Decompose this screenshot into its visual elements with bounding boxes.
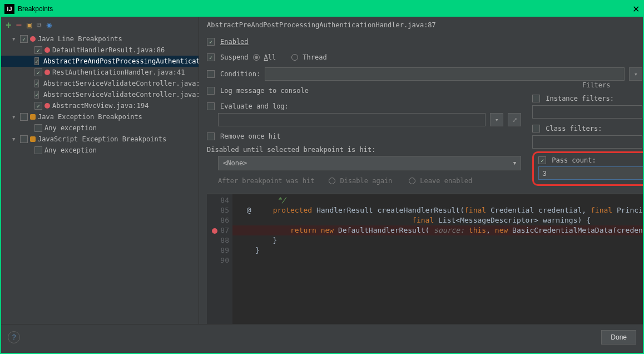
disable-again-radio[interactable]: [329, 178, 335, 184]
tree-toolbar: + − ▣ ⧉ ◉: [1, 17, 199, 33]
tree-item[interactable]: RestAuthenticationHandler.java:41: [1, 67, 199, 78]
expand-icon[interactable]: ⤢: [508, 113, 521, 126]
group-label: Java Exception Breakpoints: [38, 113, 142, 121]
checkbox[interactable]: [20, 35, 28, 43]
checkbox[interactable]: [20, 113, 28, 121]
tree-item[interactable]: AbstractMvcView.java:194: [1, 100, 199, 111]
item-label: Any exception: [44, 124, 97, 132]
breakpoint-icon: [30, 36, 36, 42]
tree-group-java-line[interactable]: ▼ Java Line Breakpoints: [1, 33, 199, 45]
enabled-checkbox[interactable]: Enabled: [207, 38, 249, 46]
exception-icon: [30, 136, 36, 142]
suspend-all-radio[interactable]: [253, 54, 260, 61]
toolbar-icon-1[interactable]: ▣: [26, 21, 32, 29]
breakpoint-title: AbstractPreAndPostProcessingAuthenticati…: [207, 21, 644, 29]
breakpoints-tree-pane: + − ▣ ⧉ ◉ ▼ Java Line Breakpoints Defaul…: [1, 17, 199, 324]
code-preview: 84 85 86 87 88 89 90 */ @ protected Hand…: [207, 194, 644, 324]
checkbox[interactable]: [34, 146, 42, 154]
code-lines: */ @ protected HandlerResult createHandl…: [232, 194, 644, 324]
instance-filters-input[interactable]: [532, 105, 642, 119]
toolbar-icon-2[interactable]: ⧉: [37, 21, 42, 29]
item-label: DefaultHandlerResult.java:86: [52, 46, 165, 54]
breakpoint-dot-icon[interactable]: [212, 228, 217, 234]
breakpoint-icon: [44, 47, 50, 53]
log-message-checkbox[interactable]: Log message to console: [207, 87, 309, 95]
tree-group-js-exception[interactable]: ▼ JavaScript Exception Breakpoints: [1, 134, 199, 145]
breakpoint-icon: [44, 103, 50, 109]
remove-once-checkbox[interactable]: Remove once hit: [207, 132, 280, 140]
tree-item[interactable]: DefaultHandlerResult.java:86: [1, 45, 199, 56]
history-icon[interactable]: ▾: [629, 67, 642, 81]
item-label: RestAuthenticationHandler.java:41: [52, 68, 185, 76]
evaluate-log-checkbox[interactable]: Evaluate and log:: [207, 102, 289, 110]
filters-heading: Filters: [532, 81, 644, 89]
checkbox[interactable]: [34, 57, 39, 65]
disabled-until-select[interactable]: <None>: [218, 156, 521, 170]
checkbox[interactable]: [34, 102, 42, 110]
group-label: Java Line Breakpoints: [38, 35, 122, 43]
tree-item[interactable]: Any exception: [1, 145, 199, 156]
item-label: AbstractPreAndPostProcessingAuthenticat: [43, 57, 199, 65]
checkbox[interactable]: [34, 124, 42, 132]
gutter: 84 85 86 87 88 89 90: [207, 194, 232, 324]
remove-breakpoint-icon[interactable]: −: [16, 19, 22, 31]
disabled-until-label: Disabled until selected breakpoint is hi…: [207, 146, 521, 154]
breakpoint-icon: [44, 70, 50, 75]
checkbox[interactable]: [34, 46, 42, 54]
checkbox[interactable]: [34, 91, 39, 99]
pass-count-checkbox[interactable]: Pass count:: [538, 156, 644, 164]
help-icon[interactable]: ?: [8, 331, 20, 343]
expand-icon[interactable]: ▼: [12, 36, 19, 42]
checkbox[interactable]: [20, 135, 28, 143]
tree-item[interactable]: AbstractServiceValidateController.java:: [1, 89, 199, 100]
condition-input[interactable]: [265, 67, 625, 81]
breakpoint-detail-pane: AbstractPreAndPostProcessingAuthenticati…: [199, 17, 644, 324]
after-hit-label: After breakpoint was hit: [218, 177, 314, 185]
suspend-checkbox[interactable]: Suspend: [207, 53, 249, 61]
expand-icon[interactable]: ▼: [12, 114, 19, 120]
leave-enabled-radio[interactable]: [409, 178, 415, 184]
condition-checkbox[interactable]: Condition:: [207, 70, 260, 78]
tree-item-selected[interactable]: AbstractPreAndPostProcessingAuthenticat: [1, 56, 199, 67]
add-breakpoint-icon[interactable]: +: [6, 19, 12, 31]
suspend-thread-radio[interactable]: [291, 54, 298, 61]
breakpoint-tree: ▼ Java Line Breakpoints DefaultHandlerRe…: [1, 33, 199, 324]
tree-item[interactable]: AbstractServiceValidateController.java:: [1, 78, 199, 89]
history-icon[interactable]: ▾: [490, 113, 503, 126]
done-button[interactable]: Done: [601, 330, 636, 345]
class-filters-input[interactable]: [532, 135, 642, 149]
titlebar: IJ Breakpoints ✕: [1, 1, 643, 17]
checkbox[interactable]: [34, 68, 42, 76]
exception-icon: [30, 114, 36, 120]
tree-item[interactable]: Any exception: [1, 122, 199, 134]
item-label: Any exception: [44, 146, 97, 154]
toolbar-icon-3[interactable]: ◉: [46, 21, 52, 29]
class-filters-checkbox[interactable]: Class filters:: [532, 125, 602, 132]
group-label: JavaScript Exception Breakpoints: [38, 135, 166, 143]
item-label: AbstractServiceValidateController.java:: [43, 91, 199, 99]
expand-icon[interactable]: ▼: [12, 136, 19, 142]
item-label: AbstractServiceValidateController.java:: [43, 80, 199, 87]
checkbox[interactable]: [34, 80, 39, 87]
close-icon[interactable]: ✕: [632, 4, 640, 14]
dialog-footer: ? Done: [1, 324, 643, 350]
item-label: AbstractMvcView.java:194: [52, 102, 148, 110]
tree-group-java-exception[interactable]: ▼ Java Exception Breakpoints: [1, 111, 199, 122]
instance-filters-checkbox[interactable]: Instance filters:: [532, 95, 614, 102]
pass-count-input[interactable]: [538, 166, 644, 180]
pass-count-highlight: Pass count:: [532, 151, 644, 186]
app-icon: IJ: [4, 4, 14, 14]
window-title: Breakpoints: [18, 5, 53, 13]
evaluate-log-input[interactable]: [218, 113, 486, 126]
